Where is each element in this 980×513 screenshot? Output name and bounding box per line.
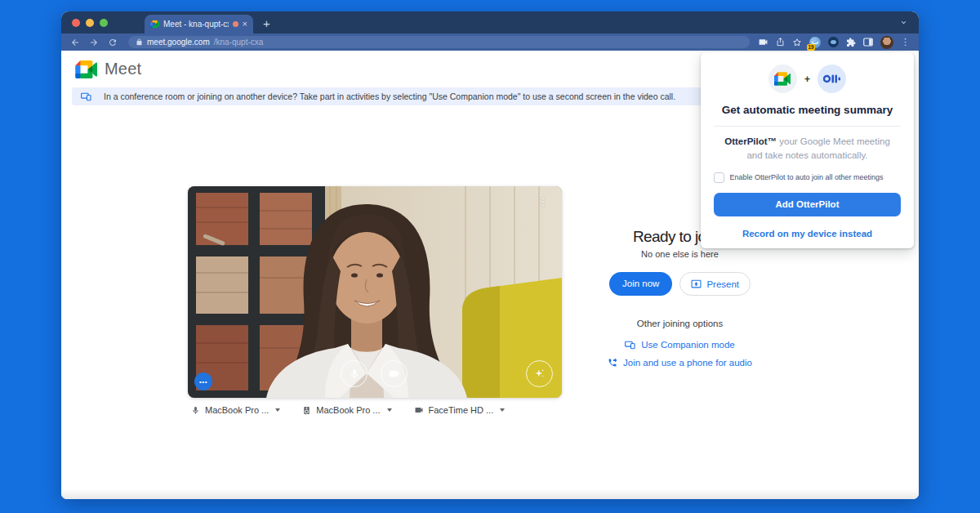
otter-logo-circle	[817, 65, 846, 93]
join-now-button[interactable]: Join now	[609, 272, 672, 296]
companion-link-label: Use Companion mode	[641, 340, 734, 350]
traffic-lights	[72, 19, 108, 27]
otter-wave-glyph	[812, 41, 818, 44]
self-video-preview: ⋮ •••	[188, 186, 562, 398]
tab-search-chevron-icon[interactable]	[899, 18, 908, 27]
browser-tab-meet[interactable]: Meet - kna-qupt-cxa ×	[145, 15, 253, 33]
extension-icon-secondary[interactable]	[828, 37, 839, 47]
otter-logo-icon	[823, 74, 841, 84]
video-options-menu-icon[interactable]: ⋮	[538, 197, 548, 207]
popup-body: OtterPilot™ your Google Meet meeting and…	[718, 135, 898, 163]
sparkle-icon	[533, 368, 546, 380]
auto-join-option: Enable OtterPilot to auto join all other…	[714, 172, 902, 183]
meet-logo-circle	[768, 65, 797, 93]
speaker-select[interactable]: MacBook Pro ...	[302, 405, 391, 415]
bottom-shade	[61, 488, 919, 499]
present-label: Present	[706, 279, 739, 289]
meet-page: Meet In a conference room or joining on …	[61, 51, 919, 499]
videocam-icon	[388, 368, 400, 380]
camera-select[interactable]: FaceTime HD ...	[414, 405, 506, 415]
caret-down-icon	[500, 408, 505, 412]
use-companion-mode-link[interactable]: Use Companion mode	[625, 340, 734, 350]
forward-icon[interactable]	[89, 38, 99, 47]
device-selector-row: MacBook Pro ... MacBook Pro ... FaceTime…	[191, 405, 505, 415]
auto-join-checkbox[interactable]	[714, 172, 724, 183]
back-icon[interactable]	[70, 38, 80, 47]
otterpilot-brand: OtterPilot™	[724, 136, 777, 146]
app-name: Meet	[105, 60, 141, 78]
microphone-label: MacBook Pro ...	[205, 405, 269, 415]
meet-logo-icon	[774, 72, 791, 86]
speaker-icon	[302, 406, 311, 415]
present-button[interactable]: Present	[679, 272, 751, 296]
tab-title: Meet - kna-qupt-cxa	[163, 20, 229, 29]
microphone-icon	[191, 406, 200, 415]
present-to-all-icon	[691, 279, 702, 289]
caret-down-icon	[275, 408, 280, 412]
otter-floating-widget[interactable]: •••	[194, 372, 212, 390]
camera-preview-image	[188, 186, 562, 398]
meet-header: Meet	[75, 60, 141, 78]
camera-label: FaceTime HD ...	[429, 405, 494, 415]
zoom-window-button[interactable]	[100, 19, 108, 27]
share-icon[interactable]	[776, 38, 785, 47]
videocam-icon	[414, 405, 424, 415]
turn-off-camera-button[interactable]	[381, 360, 408, 387]
speaker-label: MacBook Pro ...	[316, 405, 380, 415]
popup-heading: Get automatic meeting summary	[722, 104, 893, 116]
browser-window: Meet - kna-qupt-cxa × + meet.google.com/…	[61, 11, 919, 499]
banner-text: In a conference room or joining on anoth…	[104, 91, 675, 101]
mute-microphone-button[interactable]	[341, 360, 368, 387]
auto-join-label: Enable OtterPilot to auto join all other…	[730, 173, 884, 181]
url-host: meet.google.com	[147, 38, 210, 47]
extension-badge: 19	[807, 44, 815, 51]
no-one-here-status: No one else is here	[641, 249, 719, 259]
address-bar[interactable]: meet.google.com/kna-qupt-cxa	[128, 36, 750, 48]
visual-effects-button[interactable]	[526, 360, 553, 387]
phone-link-label: Join and use a phone for audio	[623, 358, 752, 368]
minimize-window-button[interactable]	[86, 19, 94, 27]
chrome-menu-icon[interactable]: ⋮	[901, 38, 910, 47]
other-options-label: Other joining options	[637, 319, 723, 328]
join-panel: No one else is here Join now Present Oth…	[584, 249, 776, 368]
bookmark-star-icon[interactable]	[792, 38, 802, 47]
phone-forwarded-icon	[608, 358, 617, 368]
join-phone-audio-link[interactable]: Join and use a phone for audio	[608, 358, 752, 368]
meet-logo-icon	[75, 60, 97, 78]
divider	[714, 126, 901, 127]
media-recording-indicator-icon	[233, 21, 238, 27]
tab-close-icon[interactable]: ×	[243, 20, 247, 29]
new-tab-button[interactable]: +	[263, 17, 270, 29]
record-on-device-link[interactable]: Record on my device instead	[742, 229, 872, 239]
url-path: /kna-qupt-cxa	[214, 38, 264, 47]
lock-icon	[136, 38, 143, 46]
popup-logo-row: +	[768, 65, 846, 93]
companion-device-icon	[625, 341, 635, 350]
microphone-icon	[349, 368, 360, 380]
side-panel-icon[interactable]	[863, 38, 873, 47]
profile-avatar[interactable]	[880, 36, 893, 49]
browser-toolbar: meet.google.com/kna-qupt-cxa 19 ⋮	[61, 33, 919, 51]
close-window-button[interactable]	[72, 19, 80, 27]
camera-in-use-icon[interactable]	[758, 37, 768, 47]
otter-extension-icon[interactable]: 19	[809, 37, 821, 48]
microphone-select[interactable]: MacBook Pro ...	[191, 405, 280, 415]
add-otterpilot-button[interactable]: Add OtterPilot	[714, 193, 901, 216]
meet-favicon-icon	[150, 20, 159, 28]
caret-down-icon	[387, 408, 392, 412]
tab-bar: Meet - kna-qupt-cxa × +	[61, 11, 919, 33]
companion-device-icon	[81, 92, 91, 101]
extensions-puzzle-icon[interactable]	[846, 38, 856, 47]
plus-separator: +	[804, 74, 810, 85]
reload-icon[interactable]	[108, 38, 118, 47]
otterpilot-popup: + Get automatic meeting summary OtterPil…	[701, 52, 914, 248]
